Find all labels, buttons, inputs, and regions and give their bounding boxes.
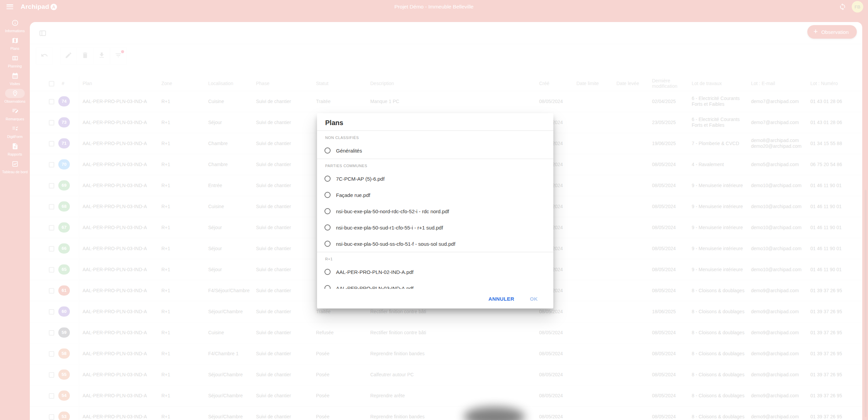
radio-icon[interactable] — [324, 285, 331, 289]
plan-option-label: AAL-PER-PRO-PLN-02-IND-A.pdf — [336, 269, 413, 275]
plans-dialog: Plans NON CLASSIFIÉSGénéralitésPARTIES C… — [317, 113, 553, 308]
plan-option[interactable]: Façade rue.pdf — [317, 187, 553, 203]
radio-icon[interactable] — [324, 208, 331, 214]
dialog-title: Plans — [317, 113, 553, 131]
plan-section-label: NON CLASSIFIÉS — [317, 131, 553, 142]
radio-icon[interactable] — [324, 269, 331, 275]
plan-option[interactable]: nsi-buc-exe-pla-50-sud-ss-cfo-51-f - sou… — [317, 236, 553, 252]
plan-option[interactable]: AAL-PER-PRO-PLN-02-IND-A.pdf — [317, 264, 553, 280]
plan-section-label: PARTIES COMMUNES — [317, 159, 553, 171]
plan-option[interactable]: Généralités — [317, 142, 553, 159]
radio-icon[interactable] — [324, 147, 331, 154]
dialog-footer: ANNULER OK — [317, 289, 553, 308]
plan-option[interactable]: nsi-buc-exe-pla-50-nord-rdc-cfo-52-i - r… — [317, 203, 553, 219]
plan-option-label: Façade rue.pdf — [336, 192, 370, 198]
cancel-button[interactable]: ANNULER — [489, 296, 514, 302]
radio-icon[interactable] — [324, 224, 331, 231]
plan-option[interactable]: 7C-PCM-AP (5)-6.pdf — [317, 171, 553, 187]
radio-icon[interactable] — [324, 241, 331, 247]
plan-option-label: AAL-PER-PRO-PLN-03-IND-A.pdf — [336, 285, 413, 289]
plan-option-label: 7C-PCM-AP (5)-6.pdf — [336, 176, 384, 182]
plan-option[interactable]: AAL-PER-PRO-PLN-03-IND-A.pdf — [317, 280, 553, 289]
radio-icon[interactable] — [324, 176, 331, 182]
plan-option-label: Généralités — [336, 148, 362, 154]
ok-button[interactable]: OK — [530, 296, 538, 302]
plan-list: NON CLASSIFIÉSGénéralitésPARTIES COMMUNE… — [317, 131, 553, 289]
plan-option-label: nsi-buc-exe-pla-50-sud-ss-cfo-51-f - sou… — [336, 241, 455, 247]
radio-icon[interactable] — [324, 192, 331, 198]
plan-section-label: R+1 — [317, 252, 553, 264]
plan-option-label: nsi-buc-exe-pla-50-sud-r1-cfo-55-i - r+1… — [336, 225, 443, 231]
plan-option[interactable]: nsi-buc-exe-pla-50-sud-r1-cfo-55-i - r+1… — [317, 219, 553, 236]
plan-option-label: nsi-buc-exe-pla-50-nord-rdc-cfo-52-i - r… — [336, 208, 449, 214]
